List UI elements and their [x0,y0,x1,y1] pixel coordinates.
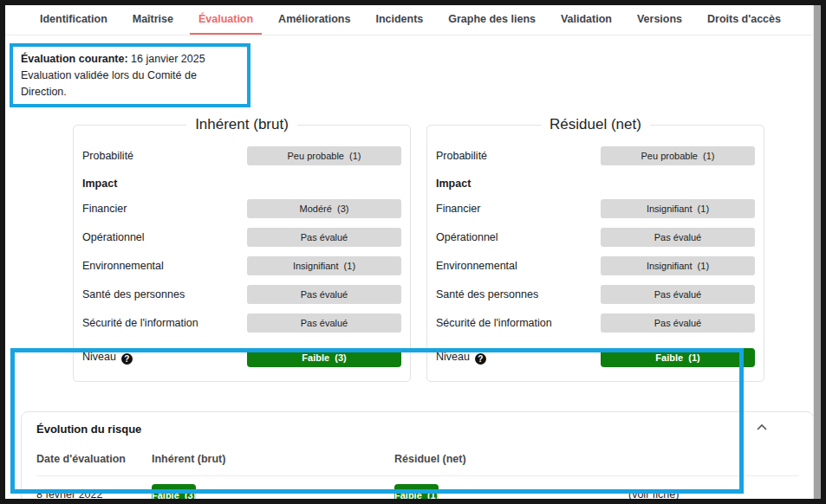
panel-inherent-title: Inhérent (brut) [186,116,297,133]
risk-evolution-card: Évolution du risque Date d'évaluation In… [21,411,814,504]
impact-value-select[interactable]: Modéré (3) [247,199,401,218]
impact-label: Santé des personnes [82,288,185,300]
probability-row: Probabilité Peu probable (1) [436,146,755,165]
tab-droits-acces[interactable]: Droits d'accès [699,5,790,35]
impact-value-select[interactable]: Pas évalué [601,285,755,304]
impact-label: Financier [436,203,480,215]
impact-row-operationnel: Opérationnel Pas évalué [82,228,401,247]
level-value-badge: Faible (1) [601,348,755,367]
table-header-row: Date d'évaluation Inhérent (brut) Résidu… [36,453,799,475]
level-label: Niveau? [436,351,486,365]
impact-row-environnemental: Environnemental Insignifiant (1) [82,256,401,275]
level-label: Niveau? [82,351,133,365]
panel-residual-title: Résiduel (net) [541,116,650,133]
current-evaluation-label: Évaluation courante: [21,53,128,65]
impact-label: Opérationnel [436,231,498,243]
impact-row-sante: Santé des personnes Pas évalué [82,285,401,304]
impact-row-operationnel: Opérationnel Pas évalué [436,228,755,247]
residual-level-badge: Faible (1) [394,484,439,504]
probability-label: Probabilité [436,150,487,162]
impact-label: Sécurité de l'information [436,317,552,329]
tab-versions[interactable]: Versions [628,5,691,35]
inherent-level-badge: Faible (3) [152,484,196,504]
inherent-cell: Faible (3) [152,487,394,502]
tab-incidents[interactable]: Incidents [367,5,432,35]
panel-inherent: Inhérent (brut) Probabilité Peu probable… [73,116,411,382]
tab-validation[interactable]: Validation [552,5,621,35]
impact-value-select[interactable]: Pas évalué [601,228,755,247]
impact-row-financier: Financier Modéré (3) [82,199,401,218]
column-header-inherent: Inhérent (brut) [152,453,394,465]
impact-label: Environnemental [82,260,164,272]
help-icon[interactable]: ? [121,353,133,365]
impact-label: Financier [82,203,127,215]
current-evaluation-line: Évaluation courante: 16 janvier 2025 [21,51,239,68]
voir-fiche-link[interactable]: (voir fiche) [628,488,679,501]
impact-section-label: Impact [82,178,401,190]
impact-section-label: Impact [436,178,755,190]
residual-cell: Faible (1) [394,487,628,502]
tab-ameliorations[interactable]: Améliorations [270,5,359,35]
table-row: 8 février 2022 Faible (3) Faible (1) (vo… [36,475,799,504]
impact-value-select[interactable]: Insignifiant (1) [601,199,755,218]
column-header-date: Date d'évaluation [36,453,152,465]
impact-value-select[interactable]: Pas évalué [601,313,755,333]
impact-row-securite-info: Sécurité de l'information Pas évalué [436,313,755,333]
chevron-up-icon[interactable] [756,423,768,431]
help-icon[interactable]: ? [475,353,486,365]
probability-value-select[interactable]: Peu probable (1) [247,146,401,165]
impact-label: Environnemental [436,260,517,272]
evaluation-panels: Inhérent (brut) Probabilité Peu probable… [73,116,764,382]
panel-residual: Résiduel (net) Probabilité Peu probable … [426,116,764,382]
tab-graphe-des-liens[interactable]: Graphe des liens [439,5,544,35]
risk-evolution-title: Évolution du risque [36,423,141,436]
risk-evolution-table: Date d'évaluation Inhérent (brut) Résidu… [36,453,799,504]
tab-identification[interactable]: Identification [31,5,116,35]
risk-evaluation-page: Identification Maîtrise Évaluation Améli… [0,0,826,504]
level-row: Niveau? Faible (3) [82,348,401,367]
impact-value-select[interactable]: Insignifiant (1) [601,256,755,275]
evaluation-date: 8 février 2022 [36,488,152,501]
current-evaluation-box: Évaluation courante: 16 janvier 2025 Eva… [10,43,250,107]
impact-value-select[interactable]: Pas évalué [247,285,401,304]
impact-value-select[interactable]: Insignifiant (1) [247,256,401,275]
risk-evolution-header: Évolution du risque [36,423,799,436]
tab-bar: Identification Maîtrise Évaluation Améli… [5,5,812,36]
impact-label: Opérationnel [82,231,145,243]
impact-value-select[interactable]: Pas évalué [247,228,401,247]
probability-value-select[interactable]: Peu probable (1) [601,146,755,165]
impact-value-select[interactable]: Pas évalué [247,313,401,333]
impact-row-sante: Santé des personnes Pas évalué [436,285,755,304]
probability-label: Probabilité [82,150,133,162]
current-evaluation-date: 16 janvier 2025 [128,53,205,65]
tab-maitrise[interactable]: Maîtrise [124,5,182,35]
impact-row-securite-info: Sécurité de l'information Pas évalué [82,313,401,333]
level-row: Niveau? Faible (1) [436,348,755,367]
level-value-badge: Faible (3) [247,348,401,367]
impact-row-environnemental: Environnemental Insignifiant (1) [436,256,755,275]
vertical-scrollbar[interactable] [813,5,821,499]
probability-row: Probabilité Peu probable (1) [82,146,401,165]
column-header-residual: Résiduel (net) [394,453,628,465]
impact-label: Sécurité de l'information [82,317,198,329]
current-evaluation-note: Evaluation validée lors du Comité de Dir… [21,68,239,100]
tab-evaluation[interactable]: Évaluation [190,5,262,35]
impact-label: Santé des personnes [436,288,538,300]
impact-row-financier: Financier Insignifiant (1) [436,199,755,218]
